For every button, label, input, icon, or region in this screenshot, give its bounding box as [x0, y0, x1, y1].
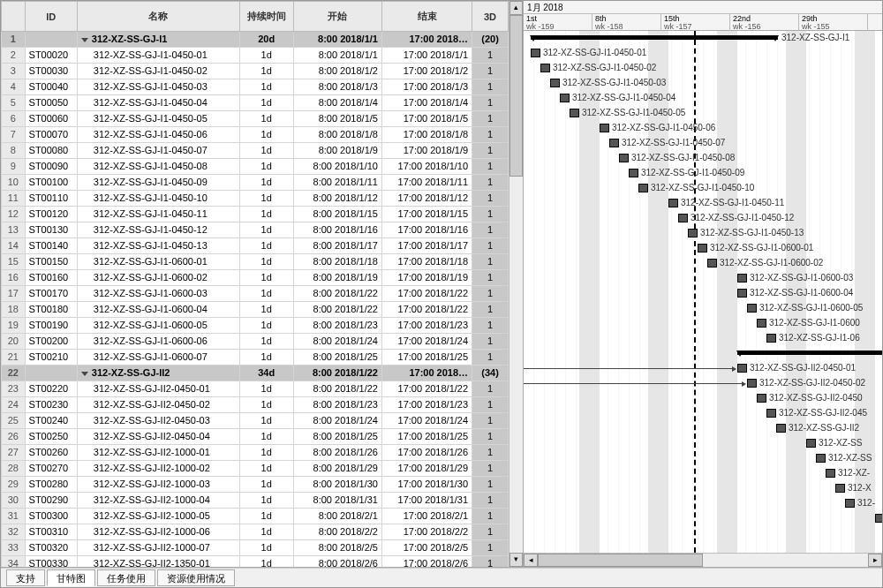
table-row[interactable]: 4ST00040312-XZ-SS-GJ-I1-0450-031d8:00 20…	[2, 79, 509, 95]
task-bar[interactable]	[560, 94, 570, 102]
task-bar[interactable]	[757, 394, 766, 403]
col-duration[interactable]: 持续时间	[239, 2, 293, 32]
table-row[interactable]: 22312-XZ-SS-GJ-II234d8:00 2018/1/2217:00…	[2, 366, 509, 381]
col-end[interactable]: 结束	[381, 2, 472, 32]
task-bar[interactable]	[540, 64, 550, 72]
gantt-chart-area[interactable]: 312-XZ-SS-GJ-I1312-XZ-SS-GJ-I1-0450-0131…	[524, 31, 882, 553]
task-bar[interactable]	[638, 184, 648, 192]
col-name[interactable]: 名称	[77, 2, 239, 32]
cell-duration: 1d	[239, 286, 293, 302]
table-row[interactable]: 24ST00230312-XZ-SS-GJ-II2-0450-021d8:00 …	[2, 397, 509, 413]
table-row[interactable]: 17ST00170312-XZ-SS-GJ-I1-0600-031d8:00 2…	[2, 286, 509, 302]
collapse-icon[interactable]	[81, 372, 88, 376]
tab-gantt[interactable]: 甘特图	[47, 569, 95, 586]
summary-bar[interactable]	[737, 351, 882, 355]
gantt-row: 312-XZ-SS-GJ-I1-0600	[524, 316, 882, 331]
table-row[interactable]: 7ST00070312-XZ-SS-GJ-I1-0450-061d8:00 20…	[2, 127, 509, 143]
task-bar[interactable]	[668, 199, 678, 207]
task-table[interactable]: ID 名称 持续时间 开始 结束 3D 1312-XZ-SS-GJ-I120d8…	[1, 1, 509, 567]
summary-bar[interactable]	[531, 35, 778, 40]
hscroll-thumb[interactable]	[538, 554, 703, 567]
collapse-icon[interactable]	[81, 38, 88, 42]
task-bar[interactable]	[835, 484, 845, 493]
table-row[interactable]: 20ST00200312-XZ-SS-GJ-I1-0600-061d8:00 2…	[2, 334, 509, 350]
table-row[interactable]: 27ST00260312-XZ-SS-GJ-II2-1000-011d8:00 …	[2, 445, 509, 461]
gantt-row: 312-XZ-SS-GJ-I1-0450-06	[524, 121, 882, 136]
task-bar[interactable]	[845, 499, 855, 508]
table-row[interactable]: 15ST00150312-XZ-SS-GJ-I1-0600-011d8:00 2…	[2, 254, 509, 270]
col-3d[interactable]: 3D	[472, 2, 509, 32]
scroll-thumb[interactable]	[509, 15, 523, 177]
table-row[interactable]: 12ST00120312-XZ-SS-GJ-I1-0450-111d8:00 2…	[2, 207, 509, 222]
task-bar[interactable]	[737, 274, 747, 283]
scroll-up-button[interactable]: ▴	[509, 1, 523, 15]
task-bar[interactable]	[816, 454, 826, 463]
task-bar[interactable]	[766, 334, 776, 343]
table-row[interactable]: 30ST00290312-XZ-SS-GJ-II2-1000-041d8:00 …	[2, 493, 509, 509]
table-row[interactable]: 21ST00210312-XZ-SS-GJ-I1-0600-071d8:00 2…	[2, 350, 509, 366]
task-bar[interactable]	[747, 304, 757, 313]
col-start[interactable]: 开始	[293, 2, 381, 32]
task-bar[interactable]	[550, 79, 560, 87]
task-bar[interactable]	[737, 364, 747, 373]
task-bar[interactable]	[678, 214, 688, 222]
table-row[interactable]: 11ST00110312-XZ-SS-GJ-I1-0450-101d8:00 2…	[2, 191, 509, 207]
table-row[interactable]: 33ST00320312-XZ-SS-GJ-II2-1000-071d8:00 …	[2, 540, 509, 556]
scroll-down-button[interactable]: ▾	[509, 553, 523, 567]
table-row[interactable]: 3ST00030312-XZ-SS-GJ-I1-0450-021d8:00 20…	[2, 64, 509, 79]
table-row[interactable]: 5ST00050312-XZ-SS-GJ-I1-0450-041d8:00 20…	[2, 95, 509, 111]
table-row[interactable]: 31ST00300312-XZ-SS-GJ-II2-1000-051d8:00 …	[2, 509, 509, 524]
scroll-right-button[interactable]: ▸	[868, 554, 882, 567]
task-bar[interactable]	[619, 154, 629, 162]
table-row[interactable]: 13ST00130312-XZ-SS-GJ-I1-0450-121d8:00 2…	[2, 222, 509, 238]
table-row[interactable]: 16ST00160312-XZ-SS-GJ-I1-0600-021d8:00 2…	[2, 270, 509, 286]
table-row[interactable]: 18ST00180312-XZ-SS-GJ-I1-0600-041d8:00 2…	[2, 302, 509, 318]
task-bar[interactable]	[757, 319, 766, 328]
table-row[interactable]: 28ST00270312-XZ-SS-GJ-II2-1000-021d8:00 …	[2, 461, 509, 477]
task-bar[interactable]	[698, 244, 707, 253]
table-row[interactable]: 26ST00250312-XZ-SS-GJ-II2-0450-041d8:00 …	[2, 429, 509, 445]
gantt-row	[524, 511, 882, 526]
cell-start: 8:00 2018/1/24	[293, 334, 381, 350]
table-row[interactable]: 10ST00100312-XZ-SS-GJ-I1-0450-091d8:00 2…	[2, 175, 509, 191]
cell-3d: 1	[472, 254, 509, 270]
task-bar[interactable]	[707, 259, 717, 268]
tab-support[interactable]: 支持	[6, 569, 45, 586]
task-bar[interactable]	[600, 124, 609, 132]
task-bar[interactable]	[570, 109, 579, 117]
tab-task-usage[interactable]: 任务使用	[97, 569, 155, 586]
tab-resource-usage[interactable]: 资源使用情况	[157, 569, 235, 586]
table-row[interactable]: 32ST00310312-XZ-SS-GJ-II2-1000-061d8:00 …	[2, 524, 509, 540]
task-bar[interactable]	[747, 379, 757, 388]
table-row[interactable]: 9ST00090312-XZ-SS-GJ-I1-0450-081d8:00 20…	[2, 159, 509, 175]
task-bar[interactable]	[531, 49, 540, 57]
table-row[interactable]: 8ST00080312-XZ-SS-GJ-I1-0450-071d8:00 20…	[2, 143, 509, 159]
table-row[interactable]: 34ST00330312-XZ-SS-GJ-II2-1350-011d8:00 …	[2, 556, 509, 568]
table-row[interactable]: 25ST00240312-XZ-SS-GJ-II2-0450-031d8:00 …	[2, 413, 509, 429]
task-bar[interactable]	[688, 229, 698, 237]
task-bar[interactable]	[875, 514, 882, 523]
vertical-scrollbar[interactable]: ▴ ▾	[509, 1, 523, 567]
table-row[interactable]: 2ST00020312-XZ-SS-GJ-I1-0450-011d8:00 20…	[2, 48, 509, 64]
table-row[interactable]: 14ST00140312-XZ-SS-GJ-I1-0450-131d8:00 2…	[2, 238, 509, 254]
task-bar[interactable]	[806, 439, 816, 448]
table-row[interactable]: 1312-XZ-SS-GJ-I120d8:00 2018/1/117:00 20…	[2, 32, 509, 48]
task-bar[interactable]	[826, 469, 835, 478]
table-row[interactable]: 6ST00060312-XZ-SS-GJ-I1-0450-051d8:00 20…	[2, 111, 509, 127]
task-bar[interactable]	[766, 409, 776, 418]
scroll-left-button[interactable]: ◂	[524, 554, 538, 567]
cell-name: 312-XZ-SS-GJ-II2-1000-05	[77, 509, 239, 524]
cell-duration: 1d	[239, 127, 293, 143]
row-number: 25	[2, 413, 26, 429]
cell-end: 17:00 2018…	[381, 366, 472, 381]
task-bar[interactable]	[609, 139, 619, 147]
task-bar[interactable]	[737, 289, 747, 298]
cell-start: 8:00 2018/1/11	[293, 175, 381, 191]
table-row[interactable]: 19ST00190312-XZ-SS-GJ-I1-0600-051d8:00 2…	[2, 318, 509, 334]
task-bar[interactable]	[629, 169, 638, 177]
table-row[interactable]: 23ST00220312-XZ-SS-GJ-II2-0450-011d8:00 …	[2, 381, 509, 397]
task-bar[interactable]	[776, 424, 786, 433]
horizontal-scrollbar[interactable]: ◂ ▸	[524, 553, 882, 567]
table-row[interactable]: 29ST00280312-XZ-SS-GJ-II2-1000-031d8:00 …	[2, 477, 509, 493]
col-id[interactable]: ID	[25, 2, 77, 32]
